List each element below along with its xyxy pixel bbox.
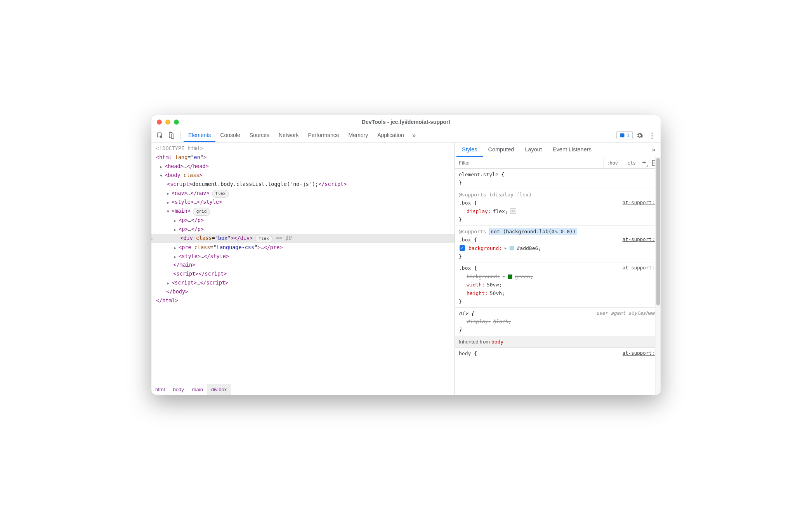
dom-script-empty[interactable]: <script></script> [151, 269, 455, 278]
new-rule-icon[interactable]: + [639, 157, 649, 168]
source-link[interactable]: at-support:1 [623, 199, 658, 207]
elements-panel: <!DOCTYPE html> <html lang="en"> <head>…… [151, 142, 455, 395]
inspect-icon[interactable] [154, 130, 165, 141]
more-side-tabs-icon[interactable]: » [648, 144, 659, 155]
tab-memory[interactable]: Memory [344, 128, 373, 142]
rule-supports-not-lab[interactable]: @supports not (background:lab(0% 0 0)) .… [455, 226, 661, 263]
rule-ua-div[interactable]: div { user agent stylesheet display: blo… [455, 308, 661, 336]
dom-script-inline[interactable]: <script>document.body.classList.toggle("… [151, 180, 455, 189]
dom-body-open[interactable]: <body class> [151, 171, 455, 180]
traffic-lights [157, 120, 179, 125]
dom-html-close[interactable]: </html> [151, 296, 455, 305]
gear-icon[interactable] [634, 130, 645, 141]
dom-main[interactable]: <main>grid [151, 206, 455, 216]
chevron-right-icon[interactable]: ▶ [503, 274, 505, 279]
dom-main-close[interactable]: </main> [151, 260, 455, 269]
supports-highlight: not (background:lab(0% 0 0)) [489, 228, 577, 235]
dom-style1[interactable]: <style>…</style> [151, 198, 455, 206]
dom-div-box-selected[interactable]: <div class="box"></div>flex== $0 [151, 234, 455, 243]
side-tab-styles[interactable]: Styles [456, 142, 483, 157]
chevron-right-icon[interactable] [167, 199, 172, 206]
kebab-icon[interactable]: ⋮ [647, 130, 658, 141]
styles-panel: Styles Computed Layout Event Listeners »… [455, 142, 661, 395]
crumb-html[interactable]: html [151, 384, 169, 395]
main-content: <!DOCTYPE html> <html lang="en"> <head>…… [151, 142, 661, 395]
rule-supports-flex[interactable]: @supports (display:flex) .box { at-suppo… [455, 189, 661, 226]
tab-network[interactable]: Network [274, 128, 303, 142]
dom-p1[interactable]: <p>…</p> [151, 216, 455, 225]
minimize-window-button[interactable] [165, 120, 170, 125]
side-tab-listeners[interactable]: Event Listeners [547, 142, 597, 157]
main-toolbar: Elements Console Sources Network Perform… [151, 128, 661, 142]
grid-pill[interactable]: grid [193, 208, 210, 216]
eq0-marker: == $0 [276, 235, 291, 241]
crumb-body[interactable]: body [169, 384, 188, 395]
dom-pre[interactable]: <pre class="language-css">…</pre> [151, 243, 455, 252]
rule-element-style[interactable]: element.style { } [455, 169, 661, 189]
chevron-right-icon[interactable] [174, 253, 179, 260]
more-tabs-icon[interactable]: » [409, 130, 420, 141]
source-link[interactable]: at-support:1 [623, 236, 658, 244]
flex-badge-icon[interactable]: ▯▯ [510, 208, 516, 214]
flex-pill[interactable]: flex [255, 235, 272, 243]
rule-body[interactable]: body { at-support:1 [455, 348, 661, 359]
cls-toggle[interactable]: .cls [621, 157, 639, 168]
checkbox-icon[interactable]: ✓ [460, 245, 465, 251]
breadcrumb: html body main div.box [151, 384, 455, 395]
chevron-down-icon[interactable] [167, 208, 172, 215]
tab-application[interactable]: Application [373, 128, 409, 142]
side-tab-computed[interactable]: Computed [483, 142, 520, 157]
hov-toggle[interactable]: :hov [603, 157, 621, 168]
side-tab-layout[interactable]: Layout [519, 142, 547, 157]
dom-p2[interactable]: <p>…</p> [151, 225, 455, 234]
svg-rect-2 [171, 134, 174, 138]
inherited-separator: Inherited from body [455, 336, 661, 348]
source-link[interactable]: at-support:1 [623, 264, 658, 272]
dom-doctype[interactable]: <!DOCTYPE html> [151, 144, 455, 153]
chevron-right-icon[interactable] [174, 217, 179, 224]
tab-performance[interactable]: Performance [303, 128, 344, 142]
side-tabs: Styles Computed Layout Event Listeners » [455, 142, 661, 157]
chevron-right-icon[interactable] [167, 190, 172, 197]
rule-box[interactable]: .box { at-support:1 background:▶green; w… [455, 262, 661, 307]
toolbar-right: 1 ⋮ [616, 130, 658, 141]
window-title: DevTools - jec.fyi/demo/at-support [157, 119, 655, 125]
dom-head[interactable]: <head>…</head> [151, 162, 455, 171]
tab-sources[interactable]: Sources [245, 128, 274, 142]
styles-body[interactable]: element.style { } @supports (display:fle… [455, 169, 661, 395]
dom-body-close[interactable]: </body> [151, 287, 455, 296]
source-link[interactable]: at-support:1 [623, 349, 658, 357]
chevron-right-icon[interactable] [174, 226, 179, 233]
tab-console[interactable]: Console [215, 128, 245, 142]
crumb-main[interactable]: main [188, 384, 207, 395]
flex-pill[interactable]: flex [212, 190, 229, 198]
dom-tree[interactable]: <!DOCTYPE html> <html lang="en"> <head>…… [151, 142, 455, 384]
dom-style2[interactable]: <style>…</style> [151, 252, 455, 261]
chevron-right-icon[interactable] [174, 245, 179, 251]
color-swatch[interactable] [510, 246, 514, 250]
filter-input[interactable] [455, 157, 603, 168]
chevron-right-icon[interactable] [160, 163, 165, 170]
color-swatch[interactable] [508, 274, 512, 279]
devtools-window: DevTools - jec.fyi/demo/at-support Eleme… [151, 115, 661, 395]
chevron-right-icon[interactable]: ▶ [505, 245, 507, 251]
filter-row: :hov .cls + [455, 157, 661, 169]
close-window-button[interactable] [157, 120, 162, 125]
scrollbar-thumb[interactable] [656, 158, 660, 305]
titlebar: DevTools - jec.fyi/demo/at-support [151, 115, 661, 128]
main-tabs: Elements Console Sources Network Perform… [184, 128, 616, 142]
crumb-divbox[interactable]: div.box [207, 384, 231, 395]
chevron-down-icon[interactable] [160, 172, 165, 179]
tab-elements[interactable]: Elements [184, 128, 215, 142]
issues-badge[interactable]: 1 [616, 131, 633, 139]
dom-html-open[interactable]: <html lang="en"> [151, 153, 455, 162]
dom-script2[interactable]: <script>…</script> [151, 278, 455, 287]
divider [180, 132, 180, 139]
dom-nav[interactable]: <nav>…</nav>flex [151, 189, 455, 198]
device-icon[interactable] [166, 130, 177, 141]
scrollbar[interactable] [655, 157, 661, 395]
ua-source: user agent stylesheet [596, 309, 658, 317]
issues-count: 1 [627, 132, 630, 138]
chevron-right-icon[interactable] [167, 280, 172, 286]
zoom-window-button[interactable] [174, 120, 179, 125]
